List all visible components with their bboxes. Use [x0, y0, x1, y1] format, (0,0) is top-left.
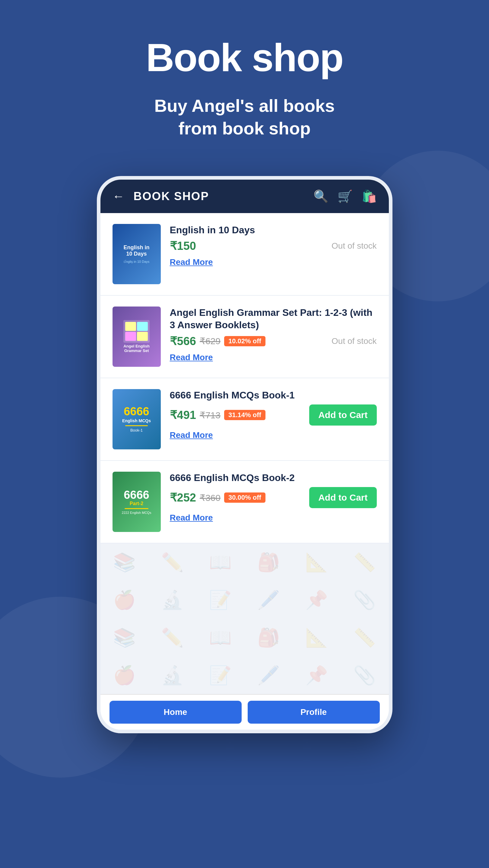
book-cover-3: 6666 English MCQs Book-1 [113, 389, 161, 450]
header-section: Book shop Buy Angel's all books from boo… [0, 0, 489, 158]
search-icon[interactable]: 🔍 [313, 189, 328, 204]
read-more-3[interactable]: Read More [170, 430, 377, 440]
cover-text-2: Angel EnglishGrammar Set [123, 344, 150, 353]
wm-apple-2: 🍎 [100, 656, 148, 694]
book-item-4: 6666 Part-2 2222 English MCQs 6666 Engli… [100, 461, 389, 544]
wm-clip-2: 📎 [341, 656, 389, 694]
appbar-title: BOOK SHOP [134, 190, 308, 203]
wm-pencil-2: ✏️ [148, 619, 196, 656]
cover-sub-4: 2222 English MCQs [122, 511, 151, 515]
book-info-4: 6666 English MCQs Book-2 ₹252 ₹360 30.00… [170, 472, 377, 523]
price-row-3: ₹491 ₹713 31.14% off Add to Cart [170, 404, 377, 426]
price-original-2: ₹629 [200, 336, 221, 346]
cover-text-1: English in10 Days [123, 244, 149, 257]
appbar-icons: 🔍 🛒 🛍️ [313, 189, 377, 204]
book-name-1: English in 10 Days [170, 224, 377, 237]
discount-badge-3: 31.14% off [224, 410, 265, 420]
wm-pin-2: 📌 [293, 656, 341, 694]
cover-text-4: Part-2 [130, 501, 143, 506]
book-info-1: English in 10 Days ₹150 Out of stock Rea… [170, 224, 377, 267]
phone-mockup: ← BOOK SHOP 🔍 🛒 🛍️ English in10 Days [97, 176, 393, 733]
cover-text-3: English MCQs [122, 418, 151, 424]
book-list: English in10 Days ઈngliş in 10 Days Engl… [100, 213, 389, 544]
wm-open-book-2: 📖 [196, 619, 244, 656]
discount-badge-2: 10.02% off [224, 336, 265, 346]
book-name-2: Angel English Grammar Set Part: 1-2-3 (w… [170, 307, 377, 332]
read-more-2[interactable]: Read More [170, 352, 377, 362]
cover-large-text-4: 6666 [124, 489, 149, 501]
price-current-1: ₹150 [170, 239, 196, 253]
wm-notepad: 📝 [196, 581, 244, 619]
price-row-4: ₹252 ₹360 30.00% off Add to Cart [170, 487, 377, 508]
page-subtitle: Buy Angel's all books from book shop [12, 94, 477, 140]
wm-open-book: 📖 [196, 544, 244, 581]
read-more-4[interactable]: Read More [170, 513, 377, 523]
book-cover-2: Angel EnglishGrammar Set [113, 307, 161, 367]
book-cover-4: 6666 Part-2 2222 English MCQs [113, 472, 161, 532]
book-name-3: 6666 English MCQs Book-1 [170, 389, 377, 402]
wm-book-1: 📚 [100, 544, 148, 581]
watermark-section: 📚 ✏️ 📖 🎒 📐 📏 🍎 🔬 📝 🖊️ 📌 📎 📚 ✏️ [100, 544, 389, 694]
page-title: Book shop [12, 36, 477, 79]
wm-pencil: ✏️ [148, 544, 196, 581]
phone-frame: ← BOOK SHOP 🔍 🛒 🛍️ English in10 Days [97, 176, 393, 733]
phone-inner: ← BOOK SHOP 🔍 🛒 🛍️ English in10 Days [100, 180, 389, 730]
wm-note-2: 📝 [196, 656, 244, 694]
wm-microscope: 🔬 [148, 581, 196, 619]
price-current-3: ₹491 [170, 408, 196, 422]
book-item-1: English in10 Days ઈngliş in 10 Days Engl… [100, 213, 389, 296]
discount-badge-4: 30.00% off [224, 493, 265, 503]
price-row-1: ₹150 Out of stock [170, 239, 377, 253]
book-item-3: 6666 English MCQs Book-1 6666 English MC… [100, 378, 389, 461]
add-to-cart-button-4[interactable]: Add to Cart [309, 487, 376, 508]
bag-icon[interactable]: 🛍️ [362, 189, 377, 204]
out-of-stock-2: Out of stock [332, 336, 376, 346]
wm-ruler-2: 📏 [341, 619, 389, 656]
read-more-1[interactable]: Read More [170, 257, 377, 267]
book-info-3: 6666 English MCQs Book-1 ₹491 ₹713 31.14… [170, 389, 377, 440]
wm-micro-2: 🔬 [148, 656, 196, 694]
wm-paperclip: 📎 [341, 581, 389, 619]
price-original-3: ₹713 [200, 410, 221, 421]
cover-sub-1: ઈngliş in 10 Days [124, 260, 150, 264]
price-original-4: ₹360 [200, 493, 221, 503]
app-bar: ← BOOK SHOP 🔍 🛒 🛍️ [100, 180, 389, 213]
wm-backpack: 🎒 [244, 544, 292, 581]
back-button[interactable]: ← [113, 190, 124, 203]
book-name-4: 6666 English MCQs Book-2 [170, 472, 377, 484]
add-to-cart-button-3[interactable]: Add to Cart [309, 404, 376, 426]
price-current-2: ₹566 [170, 335, 196, 348]
wm-ruler-tri: 📐 [293, 544, 341, 581]
bottom-nav-btn-2[interactable]: Profile [248, 701, 380, 724]
bottom-nav-btn-1[interactable]: Home [110, 701, 242, 724]
price-row-2: ₹566 ₹629 10.02% off Out of stock [170, 335, 377, 348]
wm-pen-2: 🖊️ [244, 656, 292, 694]
wm-backpack-2: 🎒 [244, 619, 292, 656]
wm-ruler-tri-2: 📐 [293, 619, 341, 656]
wm-apple: 🍎 [100, 581, 148, 619]
cart-icon[interactable]: 🛒 [338, 189, 353, 204]
price-current-4: ₹252 [170, 491, 196, 504]
out-of-stock-1: Out of stock [332, 241, 376, 251]
wm-book-2: 📚 [100, 619, 148, 656]
bottom-navigation: Home Profile [100, 694, 389, 730]
wm-ruler: 📏 [341, 544, 389, 581]
book-item-2: Angel EnglishGrammar Set Angel English G… [100, 296, 389, 378]
wm-pin: 📌 [293, 581, 341, 619]
cover-large-text-3: 6666 [124, 406, 149, 417]
cover-sub-3: Book-1 [130, 428, 143, 433]
book-cover-1: English in10 Days ઈngliş in 10 Days [113, 224, 161, 284]
watermark-grid: 📚 ✏️ 📖 🎒 📐 📏 🍎 🔬 📝 🖊️ 📌 📎 📚 ✏️ [100, 544, 389, 694]
wm-pen: 🖊️ [244, 581, 292, 619]
book-info-2: Angel English Grammar Set Part: 1-2-3 (w… [170, 307, 377, 362]
